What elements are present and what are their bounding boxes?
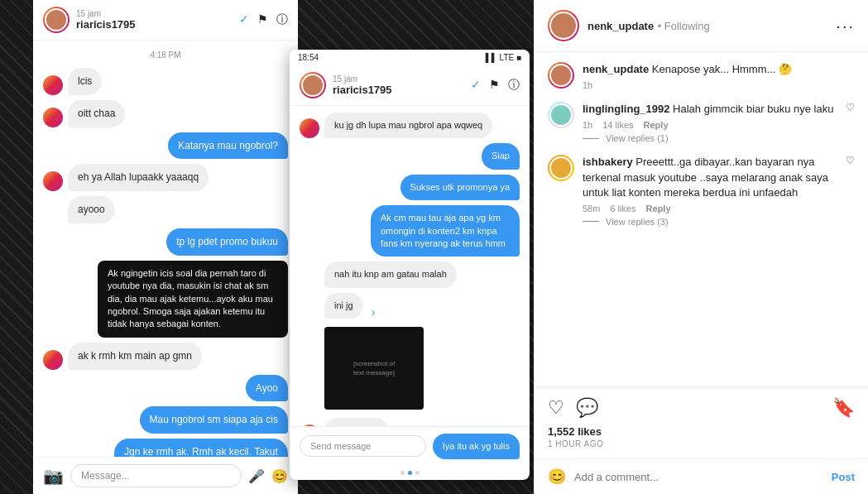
action-icons-row: ♡ 💬 🔖: [548, 397, 855, 419]
add-comment-row: 😊 Post: [535, 458, 868, 494]
chat-left-time: 15 jam: [76, 9, 101, 18]
chat-right-header-icons: ✓ ⚑ ⓘ: [471, 78, 520, 93]
dot: [400, 471, 405, 475]
comment-avatar-2[interactable]: [548, 155, 574, 181]
reply-button-1[interactable]: Reply: [644, 120, 669, 130]
dot-active: [408, 471, 412, 475]
chat-right-messages: ku jg dh lupa mau ngbrol apa wqweq Siap …: [290, 106, 530, 426]
comment-avatar-1[interactable]: [548, 102, 574, 128]
bubble-outgoing: tp lg pdet promo bukuu: [166, 228, 288, 256]
message-row: Siap: [300, 143, 520, 169]
comment-body-1: linglingling_1992 Halah gimmcik biar buk…: [583, 102, 837, 143]
message-row: lcis: [43, 68, 288, 95]
message-row: Ak cm mau tau aja apa yg km omongin di k…: [300, 205, 520, 257]
like-icon[interactable]: ♡: [548, 397, 564, 419]
chat-left-avatar: [43, 7, 70, 33]
chat-timestamp: 4:18 PM: [43, 50, 288, 60]
comment-text-2: ishbakery Preeettt..ga dibayar..kan baya…: [583, 155, 837, 200]
main-comment-avatar-inner: [549, 64, 573, 87]
view-replies-2[interactable]: View replies (3): [583, 217, 837, 227]
right-panel: nenk_update • Following ··· nenk_update …: [534, 0, 868, 494]
bubble-outgoing: Siap: [482, 143, 520, 169]
comment-avatar-inner: [549, 103, 573, 127]
chat-input[interactable]: Message...: [70, 464, 242, 487]
post-header: nenk_update • Following ···: [535, 0, 868, 52]
comment-text-content-1: Halah gimmcik biar buku nye laku: [673, 103, 833, 115]
message-row: Katanya mau ngobrol?: [43, 132, 288, 160]
verified-icon-right: ✓: [471, 78, 481, 93]
mic-icon[interactable]: 🎤: [248, 468, 265, 484]
info-icon[interactable]: ⓘ: [276, 12, 288, 27]
comment-text-1: linglingling_1992 Halah gimmcik biar buk…: [583, 102, 837, 117]
message-row: ini jg ›: [300, 293, 520, 319]
chat-right-time: 15 jam: [333, 74, 357, 84]
info-icon-right[interactable]: ⓘ: [508, 78, 520, 93]
bubble-outgoing: Mau ngobrol sm siapa aja cis: [140, 406, 288, 434]
message-row: tp lg pdet promo bukuu: [43, 228, 288, 256]
bottom-reply-bubble: Iya itu ak yg tulis: [433, 434, 520, 459]
bubble-incoming: lcis: [68, 68, 102, 95]
main-comment-avatar[interactable]: [548, 62, 574, 89]
comment-likes-1: 14 likes: [602, 120, 633, 130]
comment-time-1: 1h: [583, 120, 592, 130]
main-comment-body: nenk_update Kenapose yak... Hmmm... 🤔 1h: [583, 62, 855, 90]
message-row: ayooo: [43, 196, 288, 223]
emoji-picker-icon[interactable]: 😊: [548, 468, 566, 486]
camera-icon[interactable]: 📷: [43, 466, 64, 486]
chat-left-footer: 📷 Message... 🎤 😊: [33, 457, 298, 494]
expand-icon[interactable]: ›: [372, 305, 376, 319]
heart-icon-2[interactable]: ♡: [846, 155, 855, 227]
bookmark-icon[interactable]: 🔖: [832, 397, 855, 419]
status-time: 18:54: [298, 53, 319, 62]
post-actions: ♡ 💬 🔖 1,552 likes 1 HOUR AGO: [535, 386, 868, 458]
chat-right-footer: Send message Iya itu ak yg tulis: [290, 426, 530, 466]
chat-right-username: riaricis1795: [333, 84, 464, 96]
bubble-outgoing: Ak cm mau tau aja apa yg km omongin di k…: [371, 205, 520, 257]
pagination-dots: [290, 466, 530, 480]
status-bar: 18:54 ▌▌ LTE ■: [290, 50, 530, 65]
bubble-incoming: ak k rmh km main ap gmn: [68, 343, 202, 370]
chat-left-header-info: 15 jam riaricis1795: [76, 9, 233, 31]
main-comment-text-content: Kenapose yak... Hmmm...: [652, 63, 776, 75]
chat-left-username: riaricis1795: [76, 18, 233, 31]
flag-icon[interactable]: ⚑: [257, 12, 268, 27]
post-avatar[interactable]: [548, 10, 579, 41]
message-row: Sukses utk promonya ya: [300, 175, 520, 200]
post-more-button[interactable]: ···: [836, 17, 855, 36]
chat-left-header: 15 jam riaricis1795 ✓ ⚑ ⓘ: [33, 0, 298, 41]
view-replies-1[interactable]: View replies (1): [583, 133, 837, 143]
left-panel: 15 jam riaricis1795 ✓ ⚑ ⓘ 4:18 PM lcis o…: [0, 0, 534, 494]
bubble-outgoing: Sukses utk promonya ya: [400, 175, 520, 200]
message-row: Ak ngingetin icis soal dia pernah taro d…: [43, 261, 288, 338]
msg-avatar: [43, 108, 63, 127]
msg-avatar: [43, 75, 63, 95]
chat-right-input[interactable]: Send message: [300, 435, 426, 457]
dot: [415, 471, 420, 475]
bubble-incoming: ku jg dh lupa mau ngbrol apa wqweq: [324, 113, 492, 138]
message-row: nah itu knp am gatau malah: [300, 261, 520, 287]
reply-button-2[interactable]: Reply: [646, 204, 671, 213]
comment-meta-2: 58m 6 likes Reply: [583, 204, 837, 213]
comment-item: ishbakery Preeettt..ga dibayar..kan baya…: [548, 155, 855, 227]
sticker-icon[interactable]: 😊: [271, 468, 288, 484]
post-time: 1 HOUR AGO: [548, 439, 855, 448]
comment-icon[interactable]: 💬: [576, 397, 598, 419]
bubble-outgoing: Jgn ke rmh ak. Rmh ak kecil. Takut km ga…: [114, 439, 288, 457]
bubble-outgoing: Katanya mau ngobrol?: [168, 132, 288, 160]
bubble-incoming: ini jg: [324, 293, 363, 319]
chat-image: [screenshot oftext message]: [324, 327, 424, 410]
add-comment-input[interactable]: [574, 471, 823, 483]
msg-avatar: [300, 118, 319, 138]
post-following: • Following: [658, 20, 710, 32]
chat-left-window: 15 jam riaricis1795 ✓ ⚑ ⓘ 4:18 PM lcis o…: [33, 0, 298, 494]
comment-avatar-inner: [549, 156, 573, 180]
flag-icon-right[interactable]: ⚑: [489, 78, 500, 93]
heart-icon-1[interactable]: ♡: [846, 102, 855, 143]
chat-right-header-info: 15 jam riaricis1795: [333, 74, 464, 96]
bubble-incoming: ak bingung: [324, 418, 389, 425]
post-comment-button[interactable]: Post: [832, 471, 855, 483]
main-comment-time: 1h: [583, 80, 592, 90]
bubble-incoming: ayooo: [68, 196, 115, 223]
message-row: ku jg dh lupa mau ngbrol apa wqweq: [300, 113, 520, 138]
bubble-dark: Ak ngingetin icis soal dia pernah taro d…: [98, 261, 288, 338]
